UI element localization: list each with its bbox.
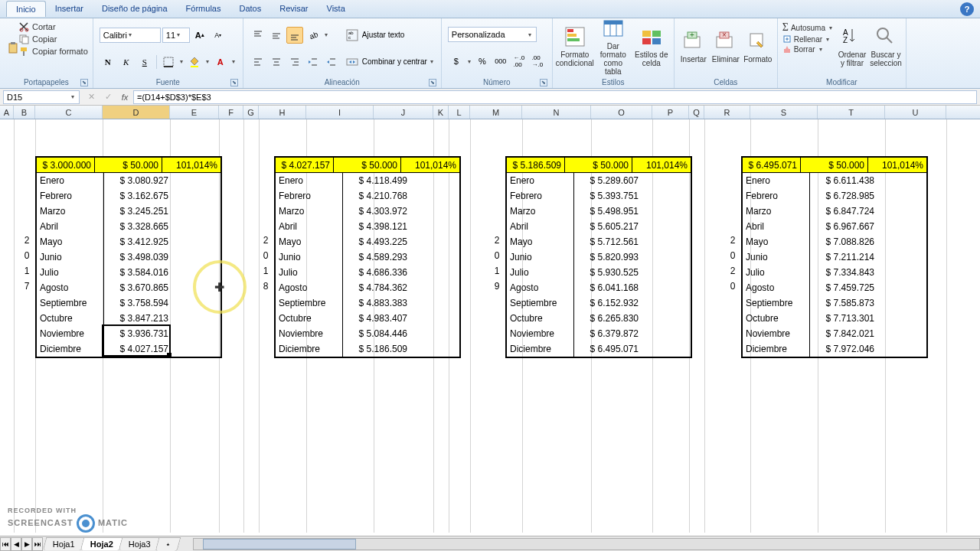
align-bottom-icon[interactable] bbox=[286, 27, 303, 44]
table-row[interactable]: Agosto$ 3.670.865 bbox=[37, 280, 220, 295]
column-header[interactable]: P bbox=[652, 106, 689, 119]
enter-icon[interactable]: ✓ bbox=[100, 89, 116, 106]
table-row[interactable]: Marzo$ 6.847.724 bbox=[743, 204, 926, 219]
bold-icon[interactable]: N bbox=[100, 54, 116, 70]
table-row[interactable]: Febrero$ 5.393.751 bbox=[507, 188, 691, 204]
column-header[interactable]: T bbox=[818, 106, 885, 119]
sheet-tab[interactable]: Hoja3 bbox=[118, 537, 160, 550]
formula-input[interactable]: =(D14+$D$3)*$E$3 bbox=[133, 90, 977, 104]
sheet-nav-last[interactable]: ⏭ bbox=[32, 537, 43, 551]
horizontal-scrollbar[interactable] bbox=[193, 538, 980, 550]
table-row[interactable]: Octubre$ 4.983.407 bbox=[276, 311, 459, 326]
indent-inc-icon[interactable] bbox=[323, 54, 340, 70]
ribbon-tab-revisar[interactable]: Revisar bbox=[270, 1, 317, 17]
column-header[interactable]: J bbox=[374, 106, 433, 119]
grid[interactable]: 2017$ 3.000.000$ 50.000101,014%Enero$ 3.… bbox=[0, 119, 980, 533]
grow-font-icon[interactable]: A▴ bbox=[191, 27, 208, 44]
autosum-button[interactable]: ΣAutosuma▾ bbox=[782, 21, 834, 34]
table-row[interactable]: Diciembre$ 7.972.046 bbox=[743, 341, 926, 357]
column-header[interactable]: L bbox=[449, 106, 470, 119]
launcher-icon[interactable]: ⬊ bbox=[80, 79, 88, 86]
column-header[interactable]: G bbox=[243, 106, 259, 119]
insert-button[interactable]: +Insertar bbox=[678, 20, 710, 72]
table-row[interactable]: Diciembre$ 5.186.509 bbox=[276, 341, 459, 357]
table-row[interactable]: Mayo$ 4.493.225 bbox=[276, 234, 459, 249]
font-name-select[interactable]: Calibri▾ bbox=[100, 28, 161, 43]
launcher-icon[interactable]: ⬊ bbox=[540, 79, 547, 86]
column-header[interactable]: H bbox=[259, 106, 306, 119]
cell-styles-button[interactable]: Estilos de celda bbox=[632, 20, 671, 72]
table-row[interactable]: Marzo$ 4.303.972 bbox=[276, 204, 459, 219]
table-row[interactable]: Diciembre$ 6.495.071 bbox=[507, 341, 691, 357]
format-painter-button[interactable]: Copiar formato bbox=[18, 46, 88, 57]
table-row[interactable]: Febrero$ 6.728.985 bbox=[743, 188, 926, 204]
table-row[interactable]: Septiembre$ 3.758.594 bbox=[37, 295, 220, 311]
number-format-select[interactable]: Personalizada▾ bbox=[448, 27, 537, 42]
ribbon-tab-inicio[interactable]: Inicio bbox=[6, 1, 46, 17]
copy-button[interactable]: Copiar bbox=[18, 34, 88, 44]
column-header[interactable]: O bbox=[591, 106, 652, 119]
table-row[interactable]: Enero$ 5.289.607 bbox=[507, 173, 691, 188]
ribbon-tab-insertar[interactable]: Insertar bbox=[46, 1, 93, 17]
merge-center-button[interactable]: Combinar y centrar▾ bbox=[346, 56, 435, 68]
table-row[interactable]: Septiembre$ 7.585.873 bbox=[743, 295, 926, 311]
cancel-icon[interactable]: ✕ bbox=[83, 89, 100, 106]
indent-dec-icon[interactable] bbox=[305, 54, 322, 70]
ribbon-tab-datos[interactable]: Datos bbox=[230, 1, 270, 17]
ribbon-tab-vista[interactable]: Vista bbox=[318, 1, 354, 17]
column-header[interactable]: K bbox=[433, 106, 449, 119]
table-row[interactable]: Octubre$ 6.265.830 bbox=[507, 311, 691, 326]
table-row[interactable]: Julio$ 5.930.525 bbox=[507, 265, 691, 280]
launcher-icon[interactable]: ⬊ bbox=[230, 79, 238, 86]
launcher-icon[interactable]: ⬊ bbox=[429, 79, 436, 86]
italic-icon[interactable]: K bbox=[118, 54, 135, 70]
table-row[interactable]: Octubre$ 7.713.301 bbox=[743, 311, 926, 326]
column-header[interactable]: C bbox=[35, 106, 103, 119]
align-middle-icon[interactable] bbox=[268, 27, 285, 44]
orientation-icon[interactable]: ab bbox=[305, 27, 322, 44]
shrink-font-icon[interactable]: A▾ bbox=[210, 27, 227, 44]
table-row[interactable]: Junio$ 5.820.993 bbox=[507, 249, 691, 265]
table-row[interactable]: Octubre$ 3.847.213 bbox=[37, 311, 220, 326]
help-icon[interactable]: ? bbox=[960, 2, 974, 16]
table-row[interactable]: Marzo$ 5.498.951 bbox=[507, 204, 691, 219]
border-icon[interactable] bbox=[160, 54, 177, 70]
table-row[interactable]: Septiembre$ 6.152.932 bbox=[507, 295, 691, 311]
column-header[interactable]: A bbox=[0, 106, 14, 119]
ribbon-tab-diseño-de-página[interactable]: Diseño de página bbox=[93, 1, 177, 17]
table-row[interactable]: Noviembre$ 6.379.872 bbox=[507, 326, 691, 341]
comma-icon[interactable]: 000 bbox=[492, 53, 509, 70]
table-row[interactable]: Junio$ 4.589.293 bbox=[276, 249, 459, 265]
fx-icon[interactable]: fx bbox=[116, 93, 133, 102]
inc-decimal-icon[interactable]: ←.0.00 bbox=[511, 53, 528, 70]
table-row[interactable]: Enero$ 4.118.499 bbox=[276, 173, 459, 188]
percent-icon[interactable]: % bbox=[474, 53, 491, 70]
sheet-nav-first[interactable]: ⏮ bbox=[0, 537, 11, 551]
table-row[interactable]: Enero$ 3.080.927 bbox=[37, 173, 220, 188]
column-header[interactable]: I bbox=[306, 106, 374, 119]
table-row[interactable]: Abril$ 6.967.667 bbox=[743, 219, 926, 234]
format-button[interactable]: Formato bbox=[742, 20, 774, 72]
table-row[interactable]: Diciembre$ 4.027.157 bbox=[37, 341, 220, 357]
table-row[interactable]: Febrero$ 3.162.675 bbox=[37, 188, 220, 204]
table-row[interactable]: Mayo$ 7.088.826 bbox=[743, 234, 926, 249]
sheet-nav-prev[interactable]: ◀ bbox=[11, 537, 21, 551]
table-row[interactable]: Mayo$ 5.712.561 bbox=[507, 234, 691, 249]
table-row[interactable]: Septiembre$ 4.883.383 bbox=[276, 295, 459, 311]
column-header[interactable]: M bbox=[470, 106, 522, 119]
column-header[interactable]: R bbox=[704, 106, 750, 119]
fill-button[interactable]: Rellenar▾ bbox=[782, 34, 834, 44]
sheet-tab[interactable]: Hoja1 bbox=[43, 537, 85, 550]
sheet-nav-next[interactable]: ▶ bbox=[21, 537, 32, 551]
table-row[interactable]: Noviembre$ 7.842.021 bbox=[743, 326, 926, 341]
column-header[interactable]: U bbox=[885, 106, 946, 119]
table-row[interactable]: Agosto$ 7.459.725 bbox=[743, 280, 926, 295]
column-header[interactable]: D bbox=[103, 106, 170, 119]
table-row[interactable]: Enero$ 6.611.438 bbox=[743, 173, 926, 188]
table-row[interactable]: Abril$ 3.328.665 bbox=[37, 219, 220, 234]
column-header[interactable]: N bbox=[522, 106, 591, 119]
ribbon-tab-fórmulas[interactable]: Fórmulas bbox=[177, 1, 230, 17]
align-top-icon[interactable] bbox=[250, 27, 266, 44]
table-row[interactable]: Noviembre$ 5.084.446 bbox=[276, 326, 459, 341]
table-row[interactable]: Junio$ 7.211.214 bbox=[743, 249, 926, 265]
